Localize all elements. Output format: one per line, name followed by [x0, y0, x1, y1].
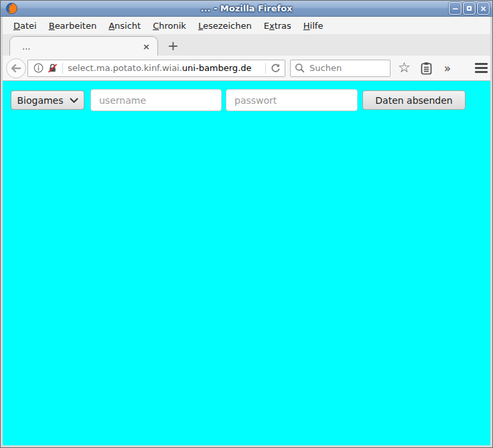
menu-chronik[interactable]: Chronik: [147, 19, 192, 33]
url-prefix: select.ma.potato.kinf.wiai.: [68, 63, 182, 73]
maximize-icon: [467, 6, 472, 11]
bookmarks-menu-button[interactable]: [415, 58, 437, 78]
close-icon: ×: [480, 3, 486, 14]
hamburger-icon: [475, 63, 488, 65]
url-separator: [62, 63, 63, 74]
star-icon: ☆: [398, 61, 411, 75]
menu-ansicht[interactable]: Ansicht: [103, 19, 146, 33]
reload-icon[interactable]: [271, 63, 281, 73]
biogames-select[interactable]: Biogames: [11, 90, 84, 110]
search-icon: [295, 63, 305, 73]
firefox-window: ... - Mozilla Firefox − × Datei Bearbeit…: [0, 0, 493, 448]
bookmark-star-button[interactable]: ☆: [393, 58, 415, 78]
active-tab[interactable]: ... ×: [9, 36, 158, 56]
url-domain: uni-bamberg.de: [182, 63, 252, 73]
back-arrow-icon: [11, 64, 21, 72]
menu-hamburger-button[interactable]: [468, 63, 493, 73]
url-text[interactable]: select.ma.potato.kinf.wiai.uni-bamberg.d…: [68, 63, 261, 73]
url-separator: [265, 63, 266, 74]
minimize-icon: −: [451, 3, 458, 14]
chevron-down-icon: [70, 98, 78, 103]
navigation-toolbar: select.ma.potato.kinf.wiai.uni-bamberg.d…: [3, 56, 490, 81]
select-value: Biogames: [17, 95, 63, 106]
maximize-button[interactable]: [463, 2, 476, 15]
titlebar[interactable]: ... - Mozilla Firefox − ×: [1, 1, 492, 17]
menu-lesezeichen[interactable]: Lesezeichen: [193, 19, 257, 33]
submit-button[interactable]: Daten absenden: [362, 90, 466, 110]
tab-title: ...: [22, 42, 141, 52]
firefox-logo-icon: [6, 3, 17, 14]
menu-extras[interactable]: Extras: [259, 19, 297, 33]
menu-hilfe[interactable]: Hilfe: [298, 19, 329, 33]
tab-close-icon[interactable]: ×: [141, 42, 151, 52]
menu-bearbeiten[interactable]: Bearbeiten: [44, 19, 102, 33]
window-title: ... - Mozilla Firefox: [1, 3, 492, 13]
tab-bar: ... × +: [3, 34, 490, 56]
close-button[interactable]: ×: [477, 2, 490, 15]
back-button[interactable]: [6, 58, 26, 78]
search-input[interactable]: [290, 60, 391, 77]
window-frame: Datei Bearbeiten Ansicht Chronik Lesezei…: [1, 17, 492, 447]
url-bar[interactable]: select.ma.potato.kinf.wiai.uni-bamberg.d…: [27, 60, 285, 77]
search-box: [290, 60, 391, 77]
minimize-button[interactable]: −: [449, 2, 462, 15]
menu-datei[interactable]: Datei: [8, 19, 42, 33]
new-tab-button[interactable]: +: [158, 38, 188, 56]
overflow-chevron-icon[interactable]: »: [437, 62, 457, 75]
menubar: Datei Bearbeiten Ansicht Chronik Lesezei…: [3, 17, 490, 34]
username-field[interactable]: [90, 89, 222, 111]
page-content: Biogames Daten absenden: [3, 81, 490, 445]
clipboard-icon: [420, 62, 433, 75]
page-info-icon[interactable]: [33, 63, 44, 73]
insecure-lock-icon[interactable]: [48, 63, 58, 73]
password-field[interactable]: [226, 89, 358, 111]
login-form: Biogames Daten absenden: [3, 81, 490, 111]
